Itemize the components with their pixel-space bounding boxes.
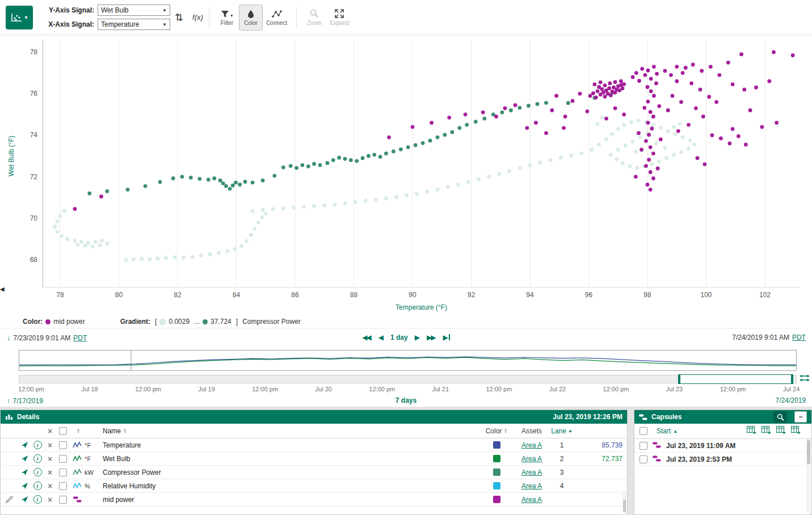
- pin-icon[interactable]: [18, 441, 31, 449]
- info-icon[interactable]: i: [31, 495, 44, 504]
- range-fit-icon[interactable]: [800, 374, 811, 385]
- remove-icon[interactable]: ×: [44, 441, 56, 449]
- investigate-duration[interactable]: 7 days: [0, 396, 812, 404]
- timezone-link[interactable]: PDT: [792, 334, 806, 341]
- name-column-header[interactable]: Name ▲▼: [103, 427, 478, 435]
- select-all-capsules-checkbox[interactable]: [639, 427, 647, 435]
- edit-icon[interactable]: [1, 496, 18, 503]
- lane-value: 2: [549, 455, 575, 463]
- step-forward-icon[interactable]: ▶: [415, 334, 420, 341]
- item-name[interactable]: Compressor Power: [103, 468, 478, 476]
- gradient-separator: ...: [194, 318, 200, 326]
- magnifier-icon: [310, 9, 319, 18]
- x-axis-value: Temperature: [101, 20, 139, 28]
- chart-type-button[interactable]: ▾: [6, 6, 33, 29]
- collapse-left-icon[interactable]: ◀: [0, 286, 5, 292]
- remove-all-icon[interactable]: ×: [48, 427, 52, 435]
- color-button[interactable]: Color: [239, 5, 263, 31]
- sort-icon: ▲▼: [123, 428, 127, 434]
- gradient-signal-name: Compressor Power: [242, 318, 301, 326]
- row-checkbox[interactable]: [56, 468, 70, 476]
- capsule-row[interactable]: Jul 23, 2019 11:09 AM: [634, 439, 811, 453]
- step-back-icon[interactable]: ◀: [378, 334, 384, 341]
- color-swatch[interactable]: [478, 482, 515, 489]
- color-swatch[interactable]: [478, 455, 515, 462]
- pin-icon[interactable]: [18, 482, 31, 489]
- investigate-time: Jul 23, 2019 12:26 PM: [553, 413, 622, 421]
- info-icon[interactable]: i: [31, 482, 44, 490]
- y-axis-select[interactable]: Wet Bulb ▼: [98, 5, 170, 16]
- svg-text:88: 88: [350, 291, 358, 299]
- expand-button[interactable]: Expand: [326, 5, 352, 31]
- info-icon[interactable]: i: [31, 468, 44, 476]
- step-size-label[interactable]: 1 day: [390, 334, 408, 341]
- chevron-down-icon: ▾: [230, 13, 233, 18]
- color-swatch[interactable]: [478, 441, 515, 449]
- remove-icon[interactable]: ×: [44, 455, 56, 463]
- capsules-table-icons: [747, 426, 806, 437]
- remove-icon[interactable]: ×: [44, 496, 56, 504]
- remove-icon[interactable]: ×: [44, 468, 56, 476]
- connect-button[interactable]: Connect: [263, 5, 291, 31]
- slider-selection[interactable]: [679, 374, 793, 384]
- step-back-much-icon[interactable]: ◀◀: [362, 334, 371, 341]
- item-name[interactable]: Wet Bulb: [103, 455, 478, 463]
- info-icon[interactable]: i: [31, 454, 44, 463]
- step-forward-much-icon[interactable]: ▶▶: [427, 334, 436, 341]
- pin-icon[interactable]: [18, 455, 31, 462]
- capsules-scrollbar[interactable]: [806, 439, 811, 513]
- lane-value: 3: [549, 468, 575, 476]
- asset-link[interactable]: Area A: [521, 496, 542, 504]
- select-all-checkbox[interactable]: [59, 427, 67, 435]
- color-swatch[interactable]: [478, 468, 515, 476]
- add-all-columns-icon[interactable]: [776, 426, 786, 437]
- color-label: Color: [244, 20, 258, 26]
- asset-link[interactable]: Area A: [521, 482, 542, 490]
- add-column-icon[interactable]: [761, 426, 771, 437]
- filter-button[interactable]: ▾ Filter: [215, 5, 239, 31]
- collapse-panel-button[interactable]: −: [794, 411, 807, 423]
- asset-link[interactable]: Area A: [521, 468, 542, 476]
- overview-strip[interactable]: [19, 350, 797, 371]
- function-button[interactable]: f(x): [192, 13, 203, 22]
- color-swatch[interactable]: [478, 496, 515, 503]
- scatter-chart[interactable]: 7880828486889092949698100102687072747678…: [0, 35, 812, 315]
- row-checkbox[interactable]: [56, 482, 70, 490]
- timeline-slider[interactable]: [19, 375, 797, 383]
- lane-column-header[interactable]: Lane▲: [549, 427, 575, 435]
- info-icon[interactable]: i: [31, 441, 44, 449]
- y-tick-labels: 687072747678: [30, 48, 38, 264]
- type-sort-icon[interactable]: ▲▼: [77, 428, 80, 434]
- color-column-header[interactable]: Color ▲▼: [478, 427, 515, 435]
- swap-axes-icon[interactable]: ⇅: [175, 12, 183, 23]
- row-checkbox[interactable]: [56, 441, 70, 449]
- funnel-icon: [221, 10, 229, 18]
- details-row: i×°FWet BulbArea A272.737: [1, 452, 627, 466]
- capsule-start-time: Jul 23, 2019 11:09 AM: [666, 442, 735, 450]
- assets-column-header[interactable]: Assets: [515, 427, 549, 435]
- remove-icon[interactable]: ×: [44, 482, 56, 490]
- item-name[interactable]: mid power: [103, 496, 478, 504]
- svg-text:94: 94: [526, 291, 534, 299]
- scatter-svg[interactable]: 7880828486889092949698100102687072747678…: [0, 35, 812, 315]
- toolbar-separator: [296, 7, 297, 28]
- pin-icon[interactable]: [18, 496, 31, 503]
- search-icon[interactable]: [773, 411, 787, 423]
- row-checkbox[interactable]: [56, 455, 70, 463]
- capsule-checkbox[interactable]: [639, 442, 647, 450]
- pin-icon[interactable]: [18, 468, 31, 476]
- item-name[interactable]: Relative Humidity: [103, 482, 478, 490]
- item-name[interactable]: Temperature: [103, 441, 478, 449]
- capsule-checkbox[interactable]: [639, 455, 647, 463]
- x-axis-select[interactable]: Temperature ▼: [98, 19, 170, 30]
- column-options-icon[interactable]: [791, 426, 801, 437]
- asset-link[interactable]: Area A: [521, 441, 542, 449]
- capsule-row[interactable]: Jul 23, 2019 2:53 PM: [634, 453, 811, 466]
- details-scrollbar[interactable]: [622, 491, 626, 513]
- row-checkbox[interactable]: [56, 496, 70, 504]
- capsule-stats-icon[interactable]: [747, 426, 756, 437]
- step-to-end-icon[interactable]: ▶: [443, 334, 449, 341]
- investigate-range-end[interactable]: 7/24/2019: [776, 396, 806, 404]
- asset-link[interactable]: Area A: [521, 455, 542, 463]
- start-column-header[interactable]: Start▲: [657, 427, 678, 435]
